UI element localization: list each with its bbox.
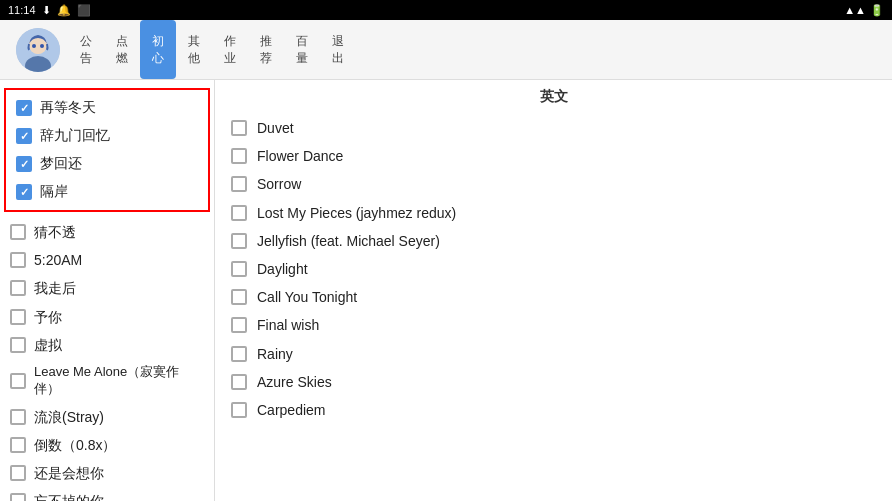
item-label: Rainy [257,345,293,363]
checkbox-flower-dance[interactable] [231,148,247,164]
list-item[interactable]: 我走后 [4,274,210,302]
checkbox-forget[interactable] [10,493,26,501]
svg-point-5 [40,44,44,48]
item-label: 倒数（0.8x） [34,436,116,454]
tab-recommend[interactable]: 推 荐 [248,20,284,79]
notification-icon: 🔔 [57,4,71,17]
list-item[interactable]: 隔岸 [10,178,204,206]
checkbox-jellyfish[interactable] [231,233,247,249]
item-label: Carpediem [257,401,325,419]
right-list-item[interactable]: Flower Dance [227,142,880,170]
right-panel: 英文 Duvet Flower Dance Sorrow Lost My Pie… [215,80,892,501]
nav-tabs: 公 告 点 燃 初 心 其 他 作 业 推 荐 百 量 退 出 [68,20,356,79]
list-item[interactable]: Leave Me Alone（寂寞作伴） [4,359,210,403]
item-label: 忘不掉的你 [34,492,104,501]
checkbox-520am[interactable] [10,252,26,268]
checked-group: 再等冬天 辞九门回忆 梦回还 隔岸 [4,88,210,212]
download-icon: ⬇ [42,4,51,17]
checkbox-cai-bu-tou[interactable] [10,224,26,240]
item-label: 猜不透 [34,223,76,241]
right-list-item[interactable]: Daylight [227,255,880,283]
avatar [16,28,60,72]
square-icon: ⬛ [77,4,91,17]
list-item[interactable]: 虚拟 [4,331,210,359]
checkbox-yu-ni[interactable] [10,309,26,325]
list-item[interactable]: 辞九门回忆 [10,122,204,150]
checkbox-wo-zou-hou[interactable] [10,280,26,296]
tab-announcement[interactable]: 公 告 [68,20,104,79]
status-right-icons: ▲▲ 🔋 [844,4,884,17]
item-label: Duvet [257,119,294,137]
list-item[interactable]: 猜不透 [4,218,210,246]
item-label: 辞九门回忆 [40,127,110,145]
checkbox-countdown[interactable] [10,437,26,453]
section-header: 英文 [227,88,880,106]
item-label: 虚拟 [34,336,62,354]
item-label: Final wish [257,316,319,334]
item-label: Daylight [257,260,308,278]
checkbox-sorrow[interactable] [231,176,247,192]
list-item[interactable]: 5:20AM [4,246,210,274]
item-label: 还是会想你 [34,464,104,482]
tab-hundred[interactable]: 百 量 [284,20,320,79]
item-label: 再等冬天 [40,99,96,117]
right-list-item[interactable]: Sorrow [227,170,880,198]
item-label: 隔岸 [40,183,68,201]
item-label: 予你 [34,308,62,326]
checkbox-carpediem[interactable] [231,402,247,418]
main-content: 再等冬天 辞九门回忆 梦回还 隔岸 猜不透 5:20AM [0,80,892,501]
checkbox-stray[interactable] [10,409,26,425]
item-label: Flower Dance [257,147,343,165]
list-item[interactable]: 忘不掉的你 [4,487,210,501]
tab-exit[interactable]: 退 出 [320,20,356,79]
list-item[interactable]: 再等冬天 [10,94,204,122]
item-label: Lost My Pieces (jayhmez redux) [257,204,456,222]
item-label: 梦回还 [40,155,82,173]
checkbox-daylight[interactable] [231,261,247,277]
tab-other[interactable]: 其 他 [176,20,212,79]
item-label: 流浪(Stray) [34,408,104,426]
battery-icon: 🔋 [870,4,884,17]
list-item[interactable]: 流浪(Stray) [4,403,210,431]
list-item[interactable]: 梦回还 [10,150,204,178]
item-label: Leave Me Alone（寂寞作伴） [34,364,204,398]
right-list-item[interactable]: Duvet [227,114,880,142]
svg-point-4 [32,44,36,48]
item-label: Jellyfish (feat. Michael Seyer) [257,232,440,250]
time-display: 11:14 [8,4,36,16]
left-panel: 再等冬天 辞九门回忆 梦回还 隔岸 猜不透 5:20AM [0,80,215,501]
checkbox-meng-hui[interactable] [16,156,32,172]
tab-ignite[interactable]: 点 燃 [104,20,140,79]
checkbox-miss-you[interactable] [10,465,26,481]
right-list-item[interactable]: Carpediem [227,396,880,424]
tab-initial[interactable]: 初 心 [140,20,176,79]
right-list-item[interactable]: Call You Tonight [227,283,880,311]
checkbox-azure-skies[interactable] [231,374,247,390]
right-list-item[interactable]: Azure Skies [227,368,880,396]
right-list-item[interactable]: Final wish [227,311,880,339]
top-nav-bar: 公 告 点 燃 初 心 其 他 作 业 推 荐 百 量 退 出 [0,20,892,80]
item-label: 我走后 [34,279,76,297]
status-bar: 11:14 ⬇ 🔔 ⬛ ▲▲ 🔋 [0,0,892,20]
item-label: Sorrow [257,175,301,193]
avatar-area [8,28,68,72]
checkbox-lost-my-pieces[interactable] [231,205,247,221]
checkbox-leave-me-alone[interactable] [10,373,26,389]
item-label: Azure Skies [257,373,332,391]
checkbox-rainy[interactable] [231,346,247,362]
right-list-item[interactable]: Jellyfish (feat. Michael Seyer) [227,227,880,255]
checkbox-xu-ni[interactable] [10,337,26,353]
tab-homework[interactable]: 作 业 [212,20,248,79]
right-list-item[interactable]: Lost My Pieces (jayhmez redux) [227,199,880,227]
list-item[interactable]: 还是会想你 [4,459,210,487]
right-list-item[interactable]: Rainy [227,340,880,368]
checkbox-duvet[interactable] [231,120,247,136]
list-item[interactable]: 倒数（0.8x） [4,431,210,459]
list-item[interactable]: 予你 [4,303,210,331]
wifi-icon: ▲▲ [844,4,866,16]
checkbox-ge-an[interactable] [16,184,32,200]
checkbox-call-you-tonight[interactable] [231,289,247,305]
checkbox-ci-jiu[interactable] [16,128,32,144]
checkbox-final-wish[interactable] [231,317,247,333]
checkbox-zai-deng[interactable] [16,100,32,116]
